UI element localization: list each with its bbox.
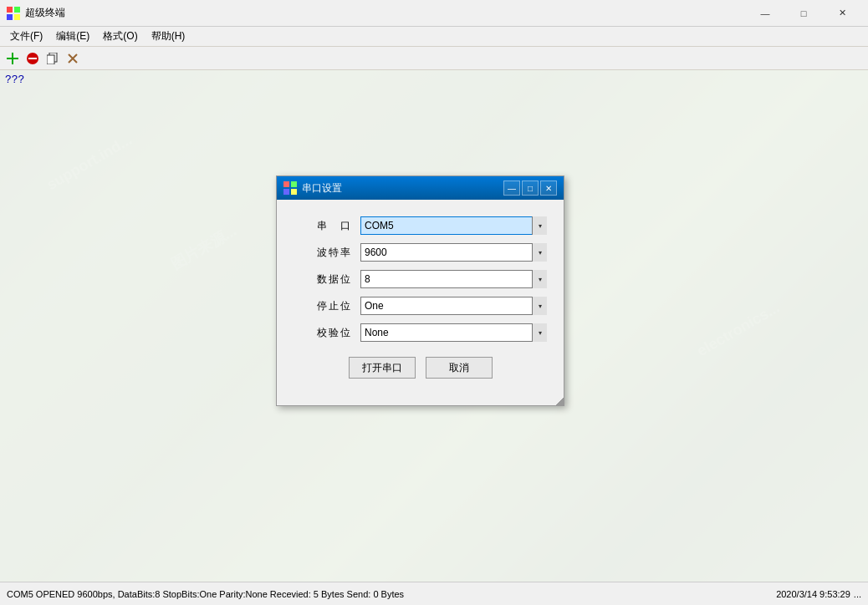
parity-select[interactable]: None Odd Even Mark Space	[360, 323, 547, 342]
databits-row: 数据位 8 5 6 7 ▾	[294, 270, 547, 288]
parity-row: 校验位 None Odd Even Mark Space ▾	[294, 323, 547, 342]
dialog-buttons: 打开串口 取消	[294, 350, 547, 392]
dialog-titlebar: 串口设置 — □ ✕	[277, 176, 564, 200]
dialog-minimize-button[interactable]: —	[503, 180, 520, 196]
open-port-button[interactable]: 打开串口	[349, 357, 416, 379]
dialog-overlay: 串口设置 — □ ✕ 串 口 COM5 COM1 COM2 COM3 COM4	[0, 0, 868, 605]
databits-select[interactable]: 8 5 6 7	[360, 270, 547, 288]
stopbits-row: 停止位 One Two OnePointFive ▾	[294, 297, 547, 315]
databits-select-wrapper: 8 5 6 7 ▾	[360, 270, 547, 288]
baud-select[interactable]: 9600 1200 2400 4800 19200 38400 115200	[360, 243, 547, 262]
svg-rect-13	[291, 189, 297, 195]
dialog-resize-handle[interactable]	[555, 397, 564, 405]
svg-rect-12	[283, 189, 289, 195]
stopbits-label: 停止位	[294, 299, 360, 313]
dialog-close-button[interactable]: ✕	[540, 180, 557, 196]
stopbits-select[interactable]: One Two OnePointFive	[360, 297, 547, 315]
dialog-title-controls: — □ ✕	[503, 180, 557, 196]
baud-label: 波特率	[294, 246, 360, 260]
port-select[interactable]: COM5 COM1 COM2 COM3 COM4	[360, 216, 547, 235]
dialog-content: 串 口 COM5 COM1 COM2 COM3 COM4 ▾ 波特率	[277, 200, 564, 405]
dialog-title: 串口设置	[302, 181, 503, 196]
svg-rect-11	[291, 181, 297, 187]
port-select-wrapper: COM5 COM1 COM2 COM3 COM4 ▾	[360, 216, 547, 235]
baud-row: 波特率 9600 1200 2400 4800 19200 38400 1152…	[294, 243, 547, 262]
port-label: 串 口	[294, 219, 360, 233]
stopbits-select-wrapper: One Two OnePointFive ▾	[360, 297, 547, 315]
databits-label: 数据位	[294, 272, 360, 287]
parity-label: 校验位	[294, 326, 360, 340]
serial-port-dialog: 串口设置 — □ ✕ 串 口 COM5 COM1 COM2 COM3 COM4	[276, 175, 564, 406]
parity-select-wrapper: None Odd Even Mark Space ▾	[360, 323, 547, 342]
baud-select-wrapper: 9600 1200 2400 4800 19200 38400 115200 ▾	[360, 243, 547, 262]
port-row: 串 口 COM5 COM1 COM2 COM3 COM4 ▾	[294, 216, 547, 235]
dialog-icon	[283, 181, 297, 195]
dialog-maximize-button[interactable]: □	[522, 180, 539, 196]
cancel-button[interactable]: 取消	[426, 357, 493, 379]
svg-rect-10	[283, 181, 289, 187]
